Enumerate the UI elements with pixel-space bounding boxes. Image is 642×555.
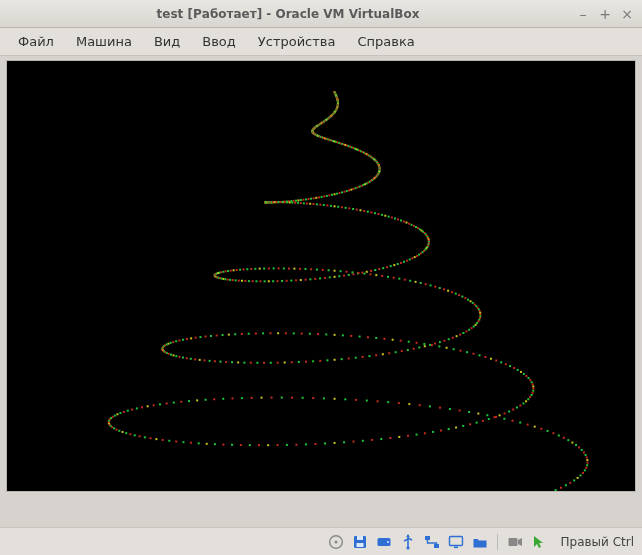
svg-marker-14 [518, 538, 522, 546]
svg-rect-13 [509, 538, 518, 546]
svg-point-6 [387, 540, 389, 542]
vm-display[interactable] [6, 60, 636, 492]
recording-icon[interactable] [506, 533, 524, 551]
display-icon[interactable] [447, 533, 465, 551]
svg-marker-8 [407, 534, 410, 537]
hdd-icon[interactable] [375, 533, 393, 551]
status-separator [497, 534, 498, 550]
guest-framebuffer [7, 61, 635, 491]
svg-rect-11 [450, 536, 463, 545]
usb-icon[interactable] [399, 533, 417, 551]
maximize-button[interactable]: + [596, 5, 614, 23]
svg-rect-4 [357, 543, 364, 547]
host-key-label: Правый Ctrl [554, 535, 634, 549]
svg-rect-10 [434, 544, 439, 548]
menu-file[interactable]: Файл [8, 30, 64, 53]
menu-machine[interactable]: Машина [66, 30, 142, 53]
svg-point-1 [335, 540, 338, 543]
menu-devices[interactable]: Устройства [248, 30, 346, 53]
minimize-button[interactable]: – [574, 5, 592, 23]
svg-point-7 [407, 546, 410, 549]
cd-icon[interactable] [327, 533, 345, 551]
svg-rect-12 [454, 546, 458, 548]
menu-view[interactable]: Вид [144, 30, 190, 53]
menu-input[interactable]: Ввод [192, 30, 246, 53]
svg-marker-15 [534, 536, 543, 548]
svg-rect-3 [357, 536, 363, 540]
network-icon[interactable] [423, 533, 441, 551]
titlebar: test [Работает] - Oracle VM VirtualBox –… [0, 0, 642, 28]
svg-rect-9 [425, 536, 430, 540]
mouse-capture-icon[interactable] [530, 533, 548, 551]
menubar: Файл Машина Вид Ввод Устройства Справка [0, 28, 642, 56]
menu-help[interactable]: Справка [347, 30, 424, 53]
window-title: test [Работает] - Oracle VM VirtualBox [6, 7, 570, 21]
floppy-icon[interactable] [351, 533, 369, 551]
statusbar: Правый Ctrl [0, 527, 642, 555]
close-button[interactable]: × [618, 5, 636, 23]
shared-folder-icon[interactable] [471, 533, 489, 551]
